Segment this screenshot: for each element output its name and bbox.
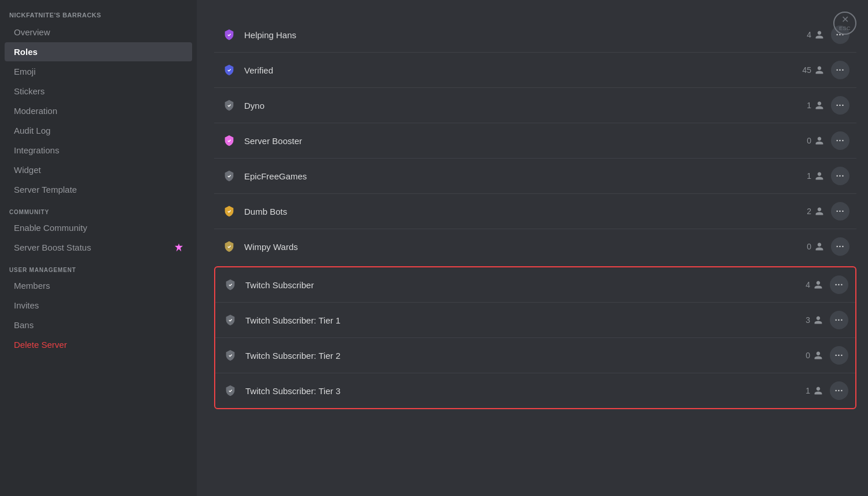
- role-menu-button[interactable]: ···: [831, 237, 849, 256]
- role-name: Dyno: [244, 101, 782, 111]
- sidebar-item-boost-status[interactable]: Server Boost Status: [5, 238, 192, 257]
- role-member-count: 0: [789, 242, 824, 251]
- role-icon: [222, 347, 238, 363]
- role-name: Helping Hans: [244, 30, 782, 40]
- role-member-count: 0: [789, 136, 824, 145]
- sidebar-item-delete-server[interactable]: Delete Server: [5, 335, 192, 354]
- person-icon: [815, 242, 824, 251]
- sidebar-item-bans[interactable]: Bans: [5, 315, 192, 335]
- sidebar-item-widget[interactable]: Widget: [5, 160, 192, 179]
- sidebar-item-emoji[interactable]: Emoji: [5, 62, 192, 81]
- table-row[interactable]: EpicFreeGames 1 ···: [214, 159, 856, 194]
- role-name: Server Booster: [244, 136, 782, 146]
- main-content: ✕ ESC Helping Hans 4 ··· Verified 45 ···: [197, 0, 868, 496]
- role-name: Twitch Subscriber: Tier 1: [245, 315, 781, 325]
- role-name: EpicFreeGames: [244, 171, 782, 181]
- role-menu-button[interactable]: ···: [830, 311, 848, 329]
- sidebar-item-enable-community[interactable]: Enable Community: [5, 218, 192, 237]
- person-icon: [815, 171, 824, 181]
- role-name: Dumb Bots: [244, 207, 782, 216]
- role-icon: [222, 277, 238, 293]
- table-row[interactable]: Dumb Bots 2 ···: [214, 194, 856, 229]
- community-section-label: COMMUNITY: [0, 200, 197, 218]
- close-button[interactable]: ✕ ESC: [833, 12, 856, 35]
- table-row[interactable]: Verified 45 ···: [214, 53, 856, 88]
- role-member-count: 4: [789, 30, 824, 39]
- person-icon: [814, 280, 823, 289]
- role-list: Helping Hans 4 ··· Verified 45 ··· Dyno …: [214, 17, 856, 264]
- role-name: Twitch Subscriber: Tier 2: [245, 351, 781, 361]
- table-row[interactable]: Dyno 1 ···: [214, 88, 856, 123]
- role-member-count: 3: [788, 315, 823, 325]
- role-icon: [221, 238, 237, 255]
- sidebar-item-integrations[interactable]: Integrations: [5, 141, 192, 160]
- person-icon: [814, 351, 823, 360]
- role-member-count: 1: [789, 171, 824, 181]
- highlighted-role-section: Twitch Subscriber 4 ··· Twitch Subscribe…: [214, 266, 856, 409]
- role-name: Twitch Subscriber: [245, 280, 781, 290]
- person-icon: [814, 386, 823, 395]
- role-name: Verified: [244, 65, 782, 75]
- role-icon: [221, 62, 237, 78]
- person-icon: [815, 30, 824, 39]
- sidebar-item-stickers[interactable]: Stickers: [5, 82, 192, 101]
- sidebar-item-moderation[interactable]: Moderation: [5, 101, 192, 120]
- role-icon: [222, 383, 238, 399]
- role-menu-button[interactable]: ···: [831, 131, 849, 150]
- person-icon: [815, 136, 824, 145]
- role-menu-button[interactable]: ···: [831, 96, 849, 115]
- table-row[interactable]: Twitch Subscriber: Tier 3 1 ···: [215, 373, 855, 408]
- role-member-count: 1: [789, 101, 824, 110]
- sidebar-item-server-template[interactable]: Server Template: [5, 180, 192, 199]
- role-menu-button[interactable]: ···: [831, 167, 849, 185]
- role-member-count: 4: [788, 280, 823, 289]
- table-row[interactable]: Twitch Subscriber 4 ···: [215, 267, 855, 303]
- table-row[interactable]: Server Booster 0 ···: [214, 123, 856, 159]
- person-icon: [815, 101, 824, 110]
- role-menu-button[interactable]: ···: [831, 61, 849, 79]
- role-menu-button[interactable]: ···: [830, 346, 848, 365]
- role-member-count: 45: [789, 65, 824, 75]
- close-esc-label: ESC: [839, 25, 851, 31]
- person-icon: [815, 207, 824, 216]
- role-icon: [221, 133, 237, 149]
- role-name: Wimpy Wards: [244, 242, 782, 252]
- sidebar-item-audit-log[interactable]: Audit Log: [5, 121, 192, 140]
- role-member-count: 0: [788, 351, 823, 360]
- role-icon: [221, 203, 237, 219]
- server-name: NICKFATNITE'S BARRACKS: [0, 7, 197, 22]
- sidebar-item-overview[interactable]: Overview: [5, 23, 192, 42]
- close-x-icon: ✕: [841, 15, 849, 24]
- sidebar-item-invites[interactable]: Invites: [5, 296, 192, 315]
- role-member-count: 2: [789, 207, 824, 216]
- sidebar: NICKFATNITE'S BARRACKS Overview Roles Em…: [0, 0, 197, 496]
- table-row[interactable]: Twitch Subscriber: Tier 2 0 ···: [215, 338, 855, 373]
- person-icon: [814, 315, 823, 325]
- role-icon: [221, 27, 237, 43]
- role-menu-button[interactable]: ···: [830, 275, 848, 294]
- role-name: Twitch Subscriber: Tier 3: [245, 386, 781, 396]
- role-member-count: 1: [788, 386, 823, 395]
- sidebar-item-roles[interactable]: Roles: [5, 42, 192, 61]
- role-icon: [221, 97, 237, 113]
- table-row[interactable]: Wimpy Wards 0 ···: [214, 229, 856, 264]
- role-menu-button[interactable]: ···: [831, 202, 849, 221]
- role-icon: [222, 312, 238, 328]
- user-management-section-label: USER MANAGEMENT: [0, 258, 197, 275]
- table-row[interactable]: Twitch Subscriber: Tier 1 3 ···: [215, 303, 855, 338]
- sidebar-item-members[interactable]: Members: [5, 276, 192, 295]
- person-icon: [815, 65, 824, 75]
- table-row[interactable]: Helping Hans 4 ···: [214, 17, 856, 53]
- role-menu-button[interactable]: ···: [830, 381, 848, 400]
- role-icon: [221, 168, 237, 184]
- boost-icon: [175, 244, 183, 252]
